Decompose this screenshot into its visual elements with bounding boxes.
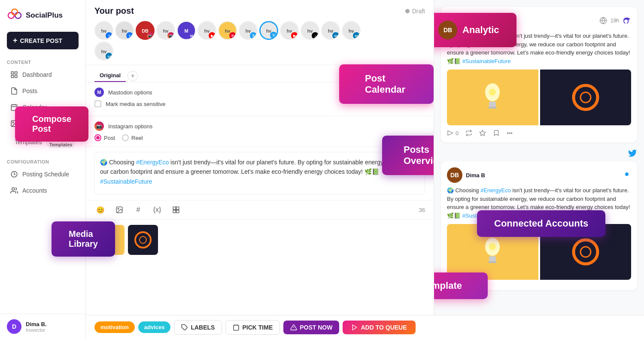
action-bar: motivation advices LABELS PICK TIME POST… (86, 315, 434, 339)
account-avatar-yt[interactable]: hv ▶ (197, 21, 216, 40)
instagram-post-option[interactable]: Post (94, 134, 115, 141)
post-now-button[interactable]: POST NOW (283, 321, 339, 334)
account-avatar-ig1[interactable]: DB 📷 (136, 21, 155, 40)
svg-point-53 (140, 236, 146, 243)
user-name: Dima B. (26, 321, 46, 327)
variable-button[interactable]: {x} (151, 204, 163, 216)
star-action[interactable] (479, 130, 486, 136)
account-avatar-li1[interactable]: hv in (321, 21, 340, 40)
twitter-divider (441, 148, 637, 158)
layout-button[interactable] (170, 204, 182, 216)
emoji-button[interactable]: 😊 (94, 204, 106, 216)
pick-time-button[interactable]: PICK TIME (225, 320, 280, 335)
svg-rect-66 (488, 107, 497, 109)
account-avatar-li3[interactable]: hv in (94, 42, 113, 61)
config-section-label: Configuration (0, 152, 85, 166)
tab-original-label: Original (100, 72, 121, 79)
sensitive-checkbox[interactable] (94, 100, 101, 107)
linkedin-badge-1: in (332, 32, 339, 39)
sidebar-item-accounts[interactable]: Accounts (3, 183, 82, 198)
post-now-label: POST NOW (300, 324, 332, 331)
media-thumbs-row (86, 220, 434, 260)
svg-point-76 (580, 247, 591, 257)
svg-rect-4 (15, 72, 17, 74)
tweet-time-1: 19h (611, 18, 619, 24)
alert-icon (290, 324, 297, 331)
tag-advices[interactable]: advices (138, 321, 171, 333)
content-section-label: Content (0, 56, 85, 67)
instagram-type-row: Post Reel (94, 134, 425, 141)
sidebar-item-posting-schedule[interactable]: Posting Schedule (3, 166, 82, 182)
svg-point-75 (574, 240, 598, 264)
analytic-overlay[interactable]: DB Analytic (434, 13, 516, 47)
hashtag-button[interactable]: # (132, 204, 144, 216)
instagram-options-label: Instagram options (108, 123, 152, 130)
accounts-avatars-row: hv f hv f DB 📷 hv 📷 M M (94, 21, 425, 40)
mastodon-badge: M (188, 32, 195, 39)
posts-overview-overlay[interactable]: Posts Overview (382, 136, 434, 175)
account-avatar-tw2[interactable]: hv 𝕏 (259, 21, 278, 40)
sensitive-label: Mark media as sensitive (106, 101, 165, 107)
sidebar-item-posts[interactable]: Posts (3, 83, 82, 99)
tweet-meta-2 (623, 170, 631, 180)
account-avatar-ig2[interactable]: hv 📷 (156, 21, 175, 40)
media-thumb-2[interactable] (128, 225, 158, 255)
svg-rect-46 (176, 207, 179, 209)
analytic-avatar: DB (438, 21, 457, 39)
account-avatar-fb1[interactable]: hv f (94, 21, 113, 40)
account-avatar-yt2[interactable]: hv ▶ (280, 21, 299, 40)
tab-original[interactable]: Original (94, 70, 126, 82)
sidebar-item-posts-label: Posts (22, 88, 37, 94)
create-post-button[interactable]: + CREATE POST (7, 32, 79, 49)
instagram-reel-option[interactable]: Reel (122, 134, 143, 141)
tag-motivation[interactable]: motivation (94, 321, 135, 333)
hashtag-sustainable: #SustainableFuture (100, 178, 152, 185)
more-action[interactable]: ••• (507, 130, 513, 136)
hashtag-1b: #SustainableFuture (462, 58, 511, 64)
account-avatar-fb2[interactable]: hv f (115, 21, 134, 40)
sidebar-item-dashboard[interactable]: Dashboard (3, 67, 82, 82)
add-tab-button[interactable]: + (128, 71, 138, 81)
post-toolbar: 😊 # {x} 36 (86, 200, 434, 220)
retweet-action[interactable] (465, 130, 472, 136)
reply-action[interactable]: 0 (447, 130, 459, 136)
tweet-user-2: DB Dima B (447, 167, 485, 183)
image-button[interactable] (113, 204, 125, 216)
reel-radio[interactable] (122, 134, 129, 141)
pinterest-badge: P (229, 32, 236, 39)
compose-post-overlay[interactable]: Compose Post (15, 106, 88, 142)
account-avatar-pi[interactable]: hv P (218, 21, 237, 40)
twitter-card-icon (623, 170, 631, 179)
account-avatar-tt[interactable]: hv ♪ (301, 21, 319, 40)
account-avatar-ms[interactable]: M M (177, 21, 196, 40)
likes-count: 0 (456, 130, 459, 136)
twitter-feed-icon (628, 148, 637, 158)
mastodon-options-label: Mastodon options (108, 89, 152, 96)
connected-accounts-overlay[interactable]: Connected Accounts (477, 210, 605, 237)
tweet-images-1 (447, 70, 631, 125)
post-radio[interactable] (94, 134, 101, 141)
account-avatar-li2[interactable]: hv in (342, 21, 361, 40)
tweet-avatar-2: DB (447, 167, 462, 183)
labels-icon (181, 324, 188, 331)
post-calendar-overlay[interactable]: Post Calendar (339, 64, 434, 104)
post-text-area[interactable]: 🌍 Choosing #EnergyEco isn't just trendy—… (94, 152, 425, 195)
account-avatar-tw1[interactable]: hv 𝕏 (239, 21, 258, 40)
post-title: Your post (94, 6, 134, 16)
draft-label: Draft (412, 8, 425, 15)
media-library-overlay[interactable]: Media Library (52, 221, 115, 257)
svg-point-2 (12, 9, 18, 15)
template-overlay[interactable]: Template (434, 272, 488, 299)
app-name: SocialPlus (26, 11, 63, 20)
bookmark-icon (493, 130, 500, 136)
svg-point-0 (8, 12, 14, 18)
bookmark-action[interactable] (493, 130, 500, 136)
youtube-badge-2: ▶ (291, 32, 298, 39)
main-editor: Your post Draft hv f hv f DB 📷 (86, 0, 434, 339)
svg-rect-45 (173, 207, 176, 209)
labels-button[interactable]: LABELS (174, 320, 222, 335)
instagram-platform-icon: 📷 (94, 121, 104, 131)
post-editor-area: Original + M Mastodon options Mark media… (86, 65, 434, 339)
add-to-queue-button[interactable]: ADD TO QUEUE (343, 321, 415, 334)
accounts-icon (10, 187, 18, 194)
